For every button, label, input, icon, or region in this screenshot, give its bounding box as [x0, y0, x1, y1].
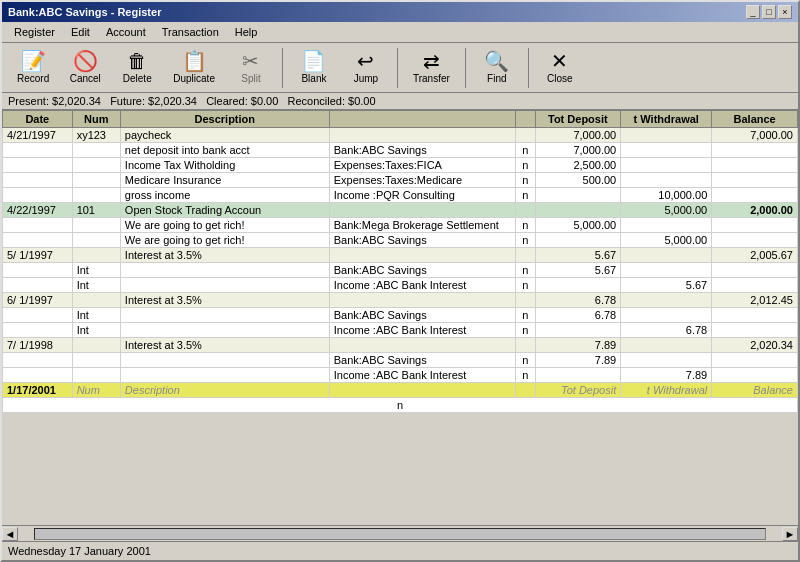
cell-desc: [120, 308, 329, 323]
cell-desc: We are going to get rich!: [120, 218, 329, 233]
cell-account: Expenses:Taxes:FICA: [329, 158, 516, 173]
window-title: Bank:ABC Savings - Register: [8, 6, 161, 18]
table-row[interactable]: Income :ABC Bank Interest n 7.89: [3, 368, 798, 383]
menu-transaction[interactable]: Transaction: [154, 24, 227, 40]
cell-deposit: 2,500.00: [535, 158, 621, 173]
cell-account: [329, 293, 516, 308]
scroll-track[interactable]: [34, 528, 766, 540]
cell-withdrawal: 5,000.00: [621, 233, 712, 248]
entry-desc[interactable]: Description: [120, 383, 329, 398]
entry-withdrawal[interactable]: t Withdrawal: [621, 383, 712, 398]
table-row[interactable]: net deposit into bank acct Bank:ABC Savi…: [3, 143, 798, 158]
cell-r: n: [516, 278, 535, 293]
entry-date[interactable]: 1/17/2001: [3, 383, 73, 398]
menu-edit[interactable]: Edit: [63, 24, 98, 40]
table-row[interactable]: Int Bank:ABC Savings n 6.78: [3, 308, 798, 323]
cell-r: n: [516, 323, 535, 338]
entry-row[interactable]: 1/17/2001 Num Description Tot Deposit t …: [3, 383, 798, 398]
duplicate-button[interactable]: 📋 Duplicate: [164, 47, 224, 88]
close-window-button[interactable]: ×: [778, 5, 792, 19]
table-row[interactable]: gross income Income :PQR Consulting n 10…: [3, 188, 798, 203]
header-withdrawal: t Withdrawal: [621, 111, 712, 128]
table-header-row: Date Num Description Tot Deposit t Withd…: [3, 111, 798, 128]
record-label: Record: [17, 73, 49, 84]
cancel-label: Cancel: [70, 73, 101, 84]
future-balance: Future: $2,020.34: [110, 95, 197, 107]
menu-register[interactable]: Register: [6, 24, 63, 40]
cell-num: [72, 353, 120, 368]
split-icon: ✂: [242, 51, 259, 71]
cell-date: [3, 218, 73, 233]
jump-icon: ↩: [357, 51, 374, 71]
table-row[interactable]: Bank:ABC Savings n 7.89: [3, 353, 798, 368]
table-row[interactable]: 4/22/1997 101 Open Stock Trading Accoun …: [3, 203, 798, 218]
maximize-button[interactable]: □: [762, 5, 776, 19]
find-button[interactable]: 🔍 Find: [472, 47, 522, 88]
cell-num: [72, 233, 120, 248]
menu-account[interactable]: Account: [98, 24, 154, 40]
cell-num: [72, 218, 120, 233]
cell-num: [72, 338, 120, 353]
title-bar-buttons: _ □ ×: [746, 5, 792, 19]
toolbar-sep3: [465, 48, 466, 88]
cancel-button[interactable]: 🚫 Cancel: [60, 47, 110, 88]
cell-desc: [120, 368, 329, 383]
entry-sub-row[interactable]: n: [3, 398, 798, 413]
cell-desc: [120, 278, 329, 293]
table-row[interactable]: Int Income :ABC Bank Interest n 5.67: [3, 278, 798, 293]
horizontal-scrollbar[interactable]: ◄ ►: [2, 525, 798, 541]
cell-deposit: 5.67: [535, 248, 621, 263]
table-row[interactable]: Int Income :ABC Bank Interest n 6.78: [3, 323, 798, 338]
entry-num[interactable]: Num: [72, 383, 120, 398]
blank-button[interactable]: 📄 Blank: [289, 47, 339, 88]
record-button[interactable]: 📝 Record: [8, 47, 58, 88]
cell-account: Bank:ABC Savings: [329, 263, 516, 278]
cell-balance: 2,000.00: [712, 203, 798, 218]
cell-r: n: [516, 353, 535, 368]
cell-date: 4/21/1997: [3, 128, 73, 143]
table-row[interactable]: Int Bank:ABC Savings n 5.67: [3, 263, 798, 278]
cell-account: [329, 128, 516, 143]
table-row[interactable]: Medicare Insurance Expenses:Taxes:Medica…: [3, 173, 798, 188]
cell-desc: Interest at 3.5%: [120, 248, 329, 263]
table-row[interactable]: 4/21/1997 xy123 paycheck 7,000.00 7,000.…: [3, 128, 798, 143]
cell-num: [72, 143, 120, 158]
bottom-status-bar: Wednesday 17 January 2001: [2, 541, 798, 560]
jump-button[interactable]: ↩ Jump: [341, 47, 391, 88]
minimize-button[interactable]: _: [746, 5, 760, 19]
split-button[interactable]: ✂ Split: [226, 47, 276, 88]
entry-balance[interactable]: Balance: [712, 383, 798, 398]
cell-date: 7/ 1/1998: [3, 338, 73, 353]
register-scroll[interactable]: Date Num Description Tot Deposit t Withd…: [2, 110, 798, 525]
transfer-button[interactable]: ⇄ Transfer: [404, 47, 459, 88]
cell-num: Int: [72, 278, 120, 293]
toolbar: 📝 Record 🚫 Cancel 🗑 Delete 📋 Duplicate ✂…: [2, 43, 798, 93]
cell-account: Income :ABC Bank Interest: [329, 323, 516, 338]
close-button[interactable]: ✕ Close: [535, 47, 585, 88]
cell-date: [3, 143, 73, 158]
table-row[interactable]: 5/ 1/1997 Interest at 3.5% 5.67 2,005.67: [3, 248, 798, 263]
cell-r: [516, 293, 535, 308]
entry-deposit[interactable]: Tot Deposit: [535, 383, 621, 398]
table-row[interactable]: Income Tax Witholding Expenses:Taxes:FIC…: [3, 158, 798, 173]
delete-icon: 🗑: [127, 51, 147, 71]
scroll-left-button[interactable]: ◄: [2, 527, 18, 541]
cell-account: Bank:ABC Savings: [329, 143, 516, 158]
table-row[interactable]: 6/ 1/1997 Interest at 3.5% 6.78 2,012.45: [3, 293, 798, 308]
delete-button[interactable]: 🗑 Delete: [112, 47, 162, 88]
table-row[interactable]: We are going to get rich! Bank:Mega Brok…: [3, 218, 798, 233]
cell-balance: [712, 368, 798, 383]
scroll-right-button[interactable]: ►: [782, 527, 798, 541]
cell-desc: Medicare Insurance: [120, 173, 329, 188]
cell-balance: [712, 143, 798, 158]
delete-label: Delete: [123, 73, 152, 84]
cell-date: [3, 263, 73, 278]
cell-date: [3, 188, 73, 203]
entry-account[interactable]: [329, 383, 516, 398]
cell-withdrawal: 5,000.00: [621, 203, 712, 218]
cell-date: [3, 158, 73, 173]
menu-help[interactable]: Help: [227, 24, 266, 40]
table-row[interactable]: 7/ 1/1998 Interest at 3.5% 7.89 2,020.34: [3, 338, 798, 353]
cell-balance: [712, 323, 798, 338]
table-row[interactable]: We are going to get rich! Bank:ABC Savin…: [3, 233, 798, 248]
